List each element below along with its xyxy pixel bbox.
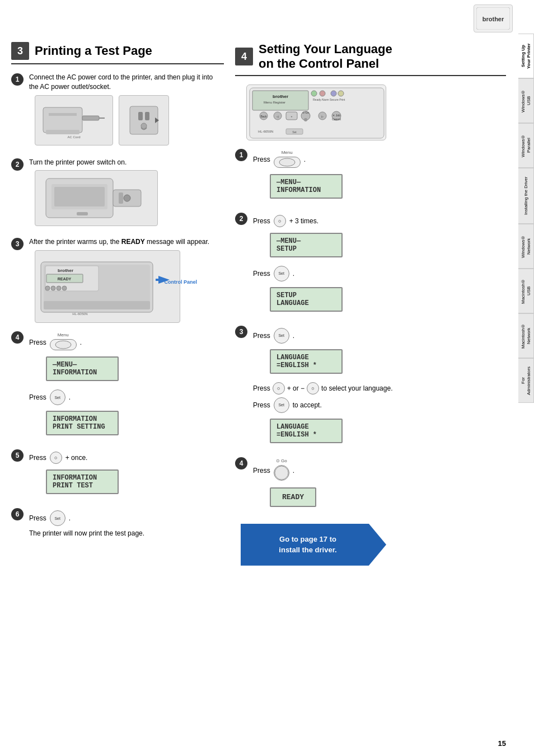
s4-press-label-3: Press [253,332,270,340]
sidebar-tab-macintosh-usb[interactable]: Macintosh®USB [518,269,534,313]
printer-ready-image: brother READY [35,250,180,323]
printer-plug-image: AC Cord [35,95,113,145]
section4-step4: 4 Press ⊙ Go . READY [235,457,506,513]
control-panel-label-outside: Control Panel [164,279,197,285]
set-button-s3s6[interactable]: Set [50,510,65,526]
s4-period-1: . [304,156,306,163]
s4-mid-press2: Press [253,401,270,409]
s4-lcd-1: —MENU—INFORMATION [270,174,343,199]
svg-point-27 [57,286,61,290]
s4-mid-text3: to accept. [293,401,322,409]
s4-set-label-3: Set [278,334,284,337]
svg-rect-9 [138,112,143,120]
sidebar-tab-setting-up[interactable]: Setting UpYour Printer [518,34,534,78]
step6-circle: 6 [11,508,24,520]
sidebar-tab-windows-parallel[interactable]: Windows®Parallel [518,123,534,168]
section3-number: 3 [11,42,29,60]
two-column-layout: 3 Printing a Test Page 1 Connect the AC … [11,42,506,566]
s4-step3-circle: 3 [235,326,247,338]
s4-set-btn-2[interactable]: Set [274,266,289,281]
svg-text:✕ Job: ✕ Job [332,114,340,117]
sidebar-tab-windows-network[interactable]: Windows®Network [518,224,534,269]
svg-point-36 [311,91,317,96]
period-s3s6: . [69,514,71,522]
svg-point-50 [304,118,307,121]
svg-text:+: + [291,115,293,118]
s4-menu-btn-wrap: Menu [274,157,301,168]
s4-mid-text1: Press [253,384,270,392]
s4-minus-btn[interactable]: ○ [307,382,319,395]
svg-point-17 [124,195,130,201]
sidebar-tab-macintosh-network[interactable]: Macintosh®Network [518,313,534,358]
section4-number: 4 [235,48,253,65]
s4-lcd-3b: LANGUAGE=ENGLISH * [270,419,343,443]
brother-logo: brother [474,4,513,32]
s4-period-4: . [293,467,294,475]
svg-point-28 [62,286,67,290]
svg-text:brother: brother [58,268,73,273]
lcd-s3s4b: INFORMATIONPRINT SETTING [46,411,119,435]
set-button-s3s4[interactable]: Set [50,389,65,405]
s4-plus-btn[interactable]: ○ [274,215,286,227]
logo-area: brother [474,4,513,32]
plus-once-text: + once. [65,454,88,462]
step5-content: Press ○ + once. INFORMATIONPRINT TEST [29,449,224,500]
press-set-s3s6-line: Press Set . [29,510,224,526]
section3-title: Printing a Test Page [35,44,152,58]
svg-text:◁: ◁ [277,115,279,118]
svg-text:HL-6050N: HL-6050N [72,312,87,316]
step3-text: After the printer warms up, the READY me… [29,237,224,247]
s4-go-btn-label: ⊙ Go [276,458,287,463]
s4-set-label-accept: Set [278,403,284,407]
sidebar: Setting UpYour Printer Windows®USB Windo… [518,34,534,403]
plus-button-s3s5[interactable]: ○ [50,452,62,464]
svg-point-40 [338,91,344,96]
svg-rect-6 [46,130,79,134]
section3-step3: 3 After the printer warms up, the READY … [11,237,224,323]
svg-rect-3 [49,113,77,116]
sidebar-tab-windows-usb[interactable]: Windows®USB [518,78,534,123]
press-set-line: Press Set . [29,389,224,405]
section3-step4: 4 Press Menu . [11,331,224,441]
step4-circle: 4 [11,331,24,344]
svg-text:brother: brother [273,94,288,99]
section4-step3: 3 Press Set . LANGUAGE=ENGLISH * Pres [235,325,506,449]
s4-press-label-4: Press [253,467,270,475]
section4-column: 4 Setting Your Languageon the Control Pa… [235,42,506,566]
s4-mid-plus: + or − [287,384,305,392]
page-number: 15 [498,739,506,748]
lcd-s3s5: INFORMATIONPRINT TEST [46,469,119,494]
section3-step5: 5 Press ○ + once. INFORMATIONPRINT TEST [11,449,224,500]
s4-menu-button[interactable] [274,157,301,168]
s4-plus-btn-3[interactable]: ○ [273,382,285,395]
brother-control-panel-image: brother Menu Register Ready Alarm Secure… [246,84,386,140]
s4-step1-content: Press Menu . —MENU—INFORMATION [253,148,506,204]
period-s3s4a: . [80,339,82,346]
svg-point-60 [275,466,288,480]
svg-text:Menu    Register: Menu Register [264,101,285,104]
svg-point-59 [279,158,295,166]
s4-sub-press-set: Press Set . [253,266,506,281]
svg-text:HL-6050N: HL-6050N [258,130,273,133]
s4-go-button[interactable] [274,465,289,481]
svg-rect-18 [77,212,88,215]
press-label-s3s6: Press [29,514,46,522]
s4-sub-period: . [293,270,294,278]
s4-set-btn-accept[interactable]: Set [274,397,289,413]
menu-button[interactable] [50,339,77,350]
svg-point-25 [45,286,50,290]
svg-point-26 [51,286,55,290]
s4-set-btn-3[interactable]: Set [274,328,289,344]
s4-press-set-3: Press Set . [253,328,506,344]
svg-text:brother: brother [483,16,504,22]
sidebar-tab-installing-driver[interactable]: Installing the Driver [518,168,534,224]
svg-point-37 [320,91,325,96]
section3-step6: 6 Press Set . The printer will now print… [11,508,224,542]
s4-step1-circle: 1 [235,149,247,161]
main-content: 3 Printing a Test Page 1 Connect the AC … [0,0,534,756]
sidebar-tab-for-administrators[interactable]: ForAdministrators [518,358,534,403]
section3-step1: 1 Connect the AC power cord to the print… [11,73,224,150]
svg-text:⊙ Go: ⊙ Go [302,111,309,114]
step1-circle: 1 [11,73,24,86]
section3-column: 3 Printing a Test Page 1 Connect the AC … [11,42,224,566]
